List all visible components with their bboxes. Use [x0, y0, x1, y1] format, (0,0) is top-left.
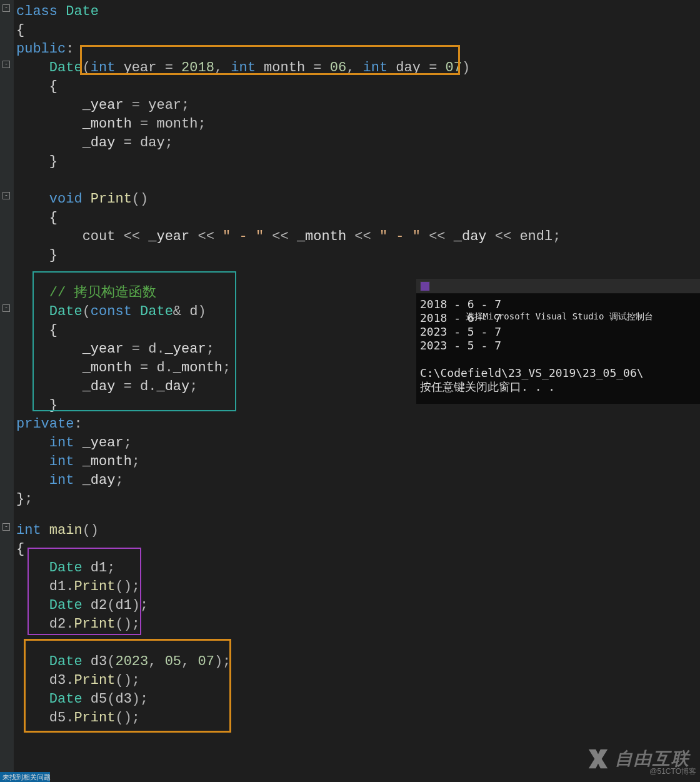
code-line: }; — [16, 490, 32, 509]
code-line: _month = d._month; — [16, 359, 231, 378]
code-line: _month = month; — [16, 115, 206, 134]
code-line: d2.Print(); — [16, 615, 140, 634]
code-line: d5.Print(); — [16, 709, 140, 728]
svg-marker-0 — [589, 749, 608, 768]
code-line: } — [16, 246, 58, 265]
code-line: public: — [16, 40, 74, 59]
code-line: Date d2(d1); — [16, 596, 148, 615]
debug-console-window[interactable]: 选择Microsoft Visual Studio 调试控制台 2018 - 6… — [416, 279, 700, 404]
fold-marker-icon[interactable]: - — [2, 61, 10, 68]
code-line: { — [16, 540, 24, 559]
code-line: _year = d._year; — [16, 340, 214, 359]
code-line: d1.Print(); — [16, 578, 140, 596]
code-line: } — [16, 396, 58, 415]
code-line: Date d5(d3); — [16, 690, 148, 709]
code-line: d3.Print(); — [16, 671, 140, 690]
code-line: int _month; — [16, 453, 140, 471]
code-line: { — [16, 21, 24, 40]
code-line: { — [16, 321, 58, 340]
code-editor[interactable]: - - - - - class Date { public: Date(int … — [0, 0, 700, 782]
code-line: Date(int year = 2018, int month = 06, in… — [16, 59, 470, 78]
code-line: private: — [16, 415, 82, 434]
code-line: _day = d._day; — [16, 378, 198, 396]
code-line: class Date — [16, 3, 99, 21]
code-line: _year = year; — [16, 96, 189, 115]
code-line: int main() — [16, 521, 99, 540]
code-line: _day = day; — [16, 134, 173, 153]
fold-marker-icon[interactable]: - — [2, 4, 10, 12]
console-title-bar[interactable]: 选择Microsoft Visual Studio 调试控制台 — [416, 279, 700, 294]
code-line: int _year; — [16, 434, 132, 453]
code-line: Date(const Date& d) — [16, 303, 206, 321]
watermark-x-icon — [586, 747, 610, 771]
fold-marker-icon[interactable]: - — [2, 304, 10, 312]
code-line: Date d1; — [16, 559, 115, 578]
code-line: { — [16, 209, 58, 228]
code-line: Date d3(2023, 05, 07); — [16, 653, 231, 671]
fold-marker-icon[interactable]: - — [2, 192, 10, 199]
fold-gutter — [0, 0, 14, 782]
code-line: } — [16, 153, 58, 171]
console-body: 2018 - 6 - 7 2018 - 6 - 7 2023 - 5 - 7 2… — [420, 298, 644, 394]
code-line: // 拷贝构造函数 — [16, 284, 156, 303]
watermark-subtext: @51CTO博客 — [649, 762, 696, 781]
fold-marker-icon[interactable]: - — [2, 523, 10, 531]
code-line: cout << _year << " - " << _month << " - … — [16, 228, 561, 246]
code-line: { — [16, 78, 58, 96]
status-bar: 未找到相关问题 — [0, 772, 50, 782]
vs-console-icon — [420, 281, 430, 291]
code-line: int _day; — [16, 471, 124, 490]
code-line: void Print() — [16, 190, 148, 209]
